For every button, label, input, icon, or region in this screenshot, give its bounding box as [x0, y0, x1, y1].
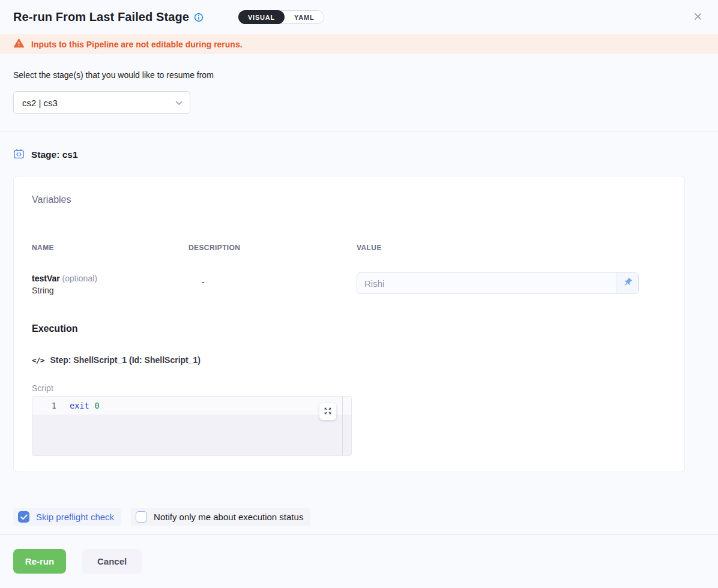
- stage-select-section: Select the stage(s) that you would like …: [0, 54, 718, 131]
- info-icon[interactable]: [194, 13, 204, 22]
- variable-name-cell: testVar (optional) String: [32, 272, 189, 296]
- column-name: NAME: [32, 244, 189, 252]
- notify-only-me-checkbox[interactable]: [136, 511, 147, 523]
- ci-stage-icon: [13, 148, 25, 162]
- stage-section: Stage: cs1 Variables NAME DESCRIPTION VA…: [0, 131, 718, 472]
- visual-yaml-toggle: VISUAL YAML: [238, 10, 325, 24]
- warning-banner: Inputs to this Pipeline are not editable…: [0, 34, 718, 54]
- expand-icon: [324, 407, 332, 417]
- stage-header: Stage: cs1: [13, 148, 685, 161]
- warning-icon: [13, 38, 25, 51]
- tab-visual[interactable]: VISUAL: [238, 10, 285, 24]
- cancel-button[interactable]: Cancel: [82, 549, 142, 574]
- variable-value-input[interactable]: [357, 273, 617, 293]
- close-icon: [693, 12, 702, 23]
- skip-preflight-label: Skip preflight check: [36, 512, 114, 522]
- expand-editor-button[interactable]: [319, 403, 336, 420]
- notify-only-me-label: Notify only me about execution status: [154, 512, 303, 522]
- skip-preflight-checkbox[interactable]: [18, 511, 29, 523]
- editor-line: 1 exit 0: [32, 397, 351, 415]
- close-button[interactable]: [691, 10, 705, 25]
- tab-yaml[interactable]: YAML: [285, 10, 324, 24]
- code-step-icon: </>: [32, 356, 44, 365]
- variable-description: -: [189, 272, 357, 287]
- script-editor[interactable]: 1 exit 0: [32, 396, 352, 456]
- warning-message: Inputs to this Pipeline are not editable…: [31, 40, 243, 49]
- line-number: 1: [32, 401, 70, 410]
- stage-select-dropdown[interactable]: cs2 | cs3: [13, 91, 190, 114]
- stage-select-label: Select the stage(s) that you would like …: [13, 70, 705, 80]
- variable-name: testVar: [32, 274, 60, 283]
- pin-icon: [623, 277, 633, 289]
- script-label: Script: [32, 383, 666, 394]
- rerun-dialog: Re-run From Last Failed Stage VISUAL YAM…: [0, 0, 718, 588]
- column-value: VALUE: [357, 244, 666, 252]
- stage-form-card: Variables NAME DESCRIPTION VALUE testVar…: [13, 176, 685, 472]
- variable-type: String: [32, 284, 189, 296]
- stage-select-value: cs2 | cs3: [22, 98, 175, 108]
- step-title: Step: ShellScript_1 (Id: ShellScript_1): [50, 355, 201, 365]
- run-options: Skip preflight check Notify only me abou…: [13, 508, 705, 526]
- rerun-button[interactable]: Re-run: [13, 549, 66, 574]
- variable-value-cell: [357, 272, 666, 294]
- dialog-footer: Re-run Cancel: [0, 535, 718, 588]
- value-input-group: [357, 272, 639, 294]
- editor-scrollbar[interactable]: [342, 397, 343, 455]
- notify-only-me-option[interactable]: Notify only me about execution status: [131, 508, 310, 526]
- pin-button[interactable]: [617, 273, 638, 293]
- checkmark-icon: [20, 514, 28, 520]
- step-header: </> Step: ShellScript_1 (Id: ShellScript…: [32, 354, 666, 366]
- variables-heading: Variables: [32, 194, 666, 205]
- column-description: DESCRIPTION: [189, 244, 357, 252]
- chevron-down-icon: [175, 97, 183, 108]
- variable-optional-tag: (optional): [62, 274, 97, 283]
- dialog-title: Re-run From Last Failed Stage: [13, 10, 189, 24]
- table-row: testVar (optional) String -: [32, 272, 666, 296]
- code-number: 0: [95, 401, 100, 410]
- execution-heading: Execution: [32, 323, 666, 335]
- code-keyword: exit: [70, 401, 89, 410]
- skip-preflight-option[interactable]: Skip preflight check: [13, 508, 121, 526]
- dialog-header: Re-run From Last Failed Stage VISUAL YAM…: [0, 0, 718, 34]
- variables-table-header: NAME DESCRIPTION VALUE: [32, 244, 666, 252]
- stage-title: Stage: cs1: [31, 149, 78, 160]
